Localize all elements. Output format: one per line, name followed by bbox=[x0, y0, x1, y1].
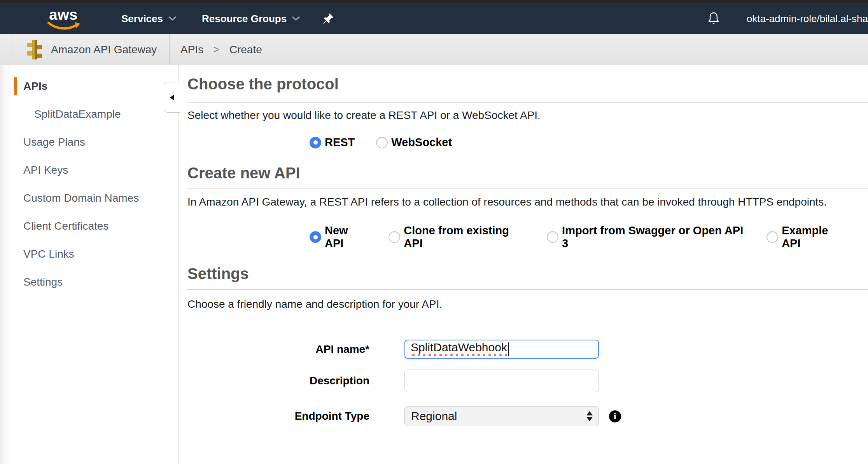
nav-services-label: Services bbox=[121, 13, 163, 25]
sidebar-item-label: APIs bbox=[23, 80, 47, 92]
api-name-value: SplitDataWebhook bbox=[411, 342, 507, 357]
radio-option-label: New API bbox=[325, 224, 367, 250]
section-divider bbox=[187, 188, 868, 189]
sidebar-item-splitdataexample[interactable]: SplitDataExample bbox=[0, 100, 178, 128]
radio-option-rest[interactable]: REST bbox=[310, 136, 355, 149]
radio-option-import-swagger[interactable]: Import from Swagger or Open API 3 bbox=[547, 224, 745, 250]
settings-section-title: Settings bbox=[187, 264, 868, 283]
sidebar-navigation: APIs SplitDataExample Usage Plans API Ke… bbox=[0, 65, 178, 464]
divider bbox=[169, 34, 170, 65]
service-home-link[interactable]: Amazon API Gateway bbox=[12, 40, 169, 60]
bell-icon[interactable] bbox=[706, 11, 721, 26]
collapse-left-icon bbox=[170, 94, 174, 101]
settings-section-description: Choose a friendly name and description f… bbox=[187, 298, 868, 311]
section-divider bbox=[187, 102, 868, 103]
create-api-radio-group: New API Clone from existing API Import f… bbox=[310, 224, 868, 250]
protocol-section-description: Select whether you would like to create … bbox=[187, 109, 868, 122]
sidebar-item-label: API Keys bbox=[23, 164, 68, 176]
sidebar-item-label: Usage Plans bbox=[23, 136, 85, 148]
active-indicator bbox=[14, 77, 17, 95]
api-name-label: API name* bbox=[187, 343, 369, 356]
radio-dot bbox=[313, 140, 318, 145]
radio-selected-icon bbox=[310, 231, 321, 243]
pushpin-icon[interactable] bbox=[322, 13, 334, 24]
description-input[interactable] bbox=[404, 370, 599, 392]
page-body: APIs SplitDataExample Usage Plans API Ke… bbox=[0, 65, 868, 464]
service-name: Amazon API Gateway bbox=[51, 44, 157, 56]
radio-option-label: Example API bbox=[782, 224, 847, 250]
radio-unselected-icon bbox=[766, 231, 778, 243]
radio-option-new-api[interactable]: New API bbox=[310, 224, 367, 250]
aws-logo-text: aws bbox=[49, 7, 77, 22]
endpoint-type-select[interactable]: Regional bbox=[404, 406, 599, 426]
endpoint-type-row: Endpoint Type Regional i bbox=[187, 406, 868, 426]
main-content: Choose the protocol Select whether you w… bbox=[179, 65, 868, 464]
aws-logo[interactable]: aws bbox=[46, 7, 81, 30]
radio-option-clone-existing[interactable]: Clone from existing API bbox=[388, 224, 525, 250]
select-stepper-icon bbox=[586, 411, 593, 421]
radio-unselected-icon bbox=[376, 137, 388, 148]
api-settings-form: API name* SplitDataWebhook Description E… bbox=[187, 340, 868, 426]
sidebar-item-api-keys[interactable]: API Keys bbox=[0, 156, 178, 184]
api-name-row: API name* SplitDataWebhook bbox=[187, 340, 868, 359]
aws-console-screen: aws Services Resource Groups bbox=[0, 0, 868, 464]
radio-unselected-icon bbox=[547, 231, 558, 243]
radio-option-label: Import from Swagger or Open API 3 bbox=[562, 224, 745, 250]
arrow-up-icon bbox=[586, 411, 593, 415]
api-gateway-icon bbox=[25, 40, 43, 60]
text-cursor bbox=[508, 342, 509, 356]
protocol-radio-group: REST WebSocket bbox=[310, 136, 868, 149]
create-section-description: In Amazon API Gateway, a REST API refers… bbox=[187, 195, 868, 209]
sidebar-collapse-button[interactable] bbox=[164, 82, 180, 113]
sidebar-item-apis[interactable]: APIs bbox=[0, 72, 178, 100]
nav-right-group: okta-admin-role/bilal.al-sha bbox=[706, 11, 868, 26]
api-name-input[interactable]: SplitDataWebhook bbox=[404, 340, 599, 359]
sidebar-item-label: Custom Domain Names bbox=[23, 192, 139, 204]
arrow-down-icon bbox=[586, 417, 593, 421]
endpoint-type-label: Endpoint Type bbox=[187, 410, 369, 422]
breadcrumb-separator: > bbox=[214, 44, 219, 55]
radio-selected-icon bbox=[310, 137, 321, 148]
aws-smile-icon bbox=[46, 21, 80, 30]
nav-resource-groups-label: Resource Groups bbox=[202, 13, 287, 25]
radio-option-label: Clone from existing API bbox=[404, 224, 525, 250]
endpoint-type-value: Regional bbox=[411, 410, 457, 423]
radio-dot bbox=[313, 235, 318, 239]
info-icon[interactable]: i bbox=[609, 410, 621, 422]
breadcrumb: APIs > Create bbox=[180, 44, 262, 56]
description-row: Description bbox=[187, 370, 868, 392]
sidebar-item-custom-domain-names[interactable]: Custom Domain Names bbox=[0, 184, 178, 212]
create-section-title: Create new API bbox=[187, 164, 868, 182]
sidebar-item-settings[interactable]: Settings bbox=[0, 268, 178, 296]
sidebar-item-usage-plans[interactable]: Usage Plans bbox=[0, 128, 178, 156]
top-navigation-bar: aws Services Resource Groups bbox=[0, 3, 868, 34]
account-menu[interactable]: okta-admin-role/bilal.al-sha bbox=[747, 13, 868, 25]
radio-unselected-icon bbox=[388, 231, 400, 243]
sidebar-item-client-certificates[interactable]: Client Certificates bbox=[0, 212, 178, 240]
radio-option-example-api[interactable]: Example API bbox=[766, 224, 847, 250]
section-divider bbox=[187, 289, 868, 290]
breadcrumb-apis-link[interactable]: APIs bbox=[180, 44, 203, 56]
window-top-strip bbox=[0, 0, 868, 3]
sidebar-item-label: Settings bbox=[23, 276, 63, 288]
sidebar-item-vpc-links[interactable]: VPC Links bbox=[0, 240, 178, 268]
radio-option-label: WebSocket bbox=[391, 136, 452, 149]
sidebar-item-label: VPC Links bbox=[23, 248, 74, 260]
description-label: Description bbox=[187, 375, 369, 387]
sidebar-item-label: Client Certificates bbox=[23, 220, 108, 232]
radio-option-label: REST bbox=[325, 136, 355, 149]
chevron-down-icon bbox=[168, 16, 176, 21]
breadcrumb-left-pad bbox=[0, 34, 12, 65]
breadcrumb-bar: Amazon API Gateway APIs > Create bbox=[0, 34, 868, 65]
protocol-section-title: Choose the protocol bbox=[187, 75, 868, 93]
radio-option-websocket[interactable]: WebSocket bbox=[376, 136, 452, 149]
nav-resource-groups-menu[interactable]: Resource Groups bbox=[202, 13, 300, 25]
breadcrumb-current-page: Create bbox=[229, 44, 262, 56]
nav-services-menu[interactable]: Services bbox=[121, 13, 176, 25]
sidebar-item-label: SplitDataExample bbox=[34, 108, 121, 120]
chevron-down-icon bbox=[292, 16, 300, 21]
